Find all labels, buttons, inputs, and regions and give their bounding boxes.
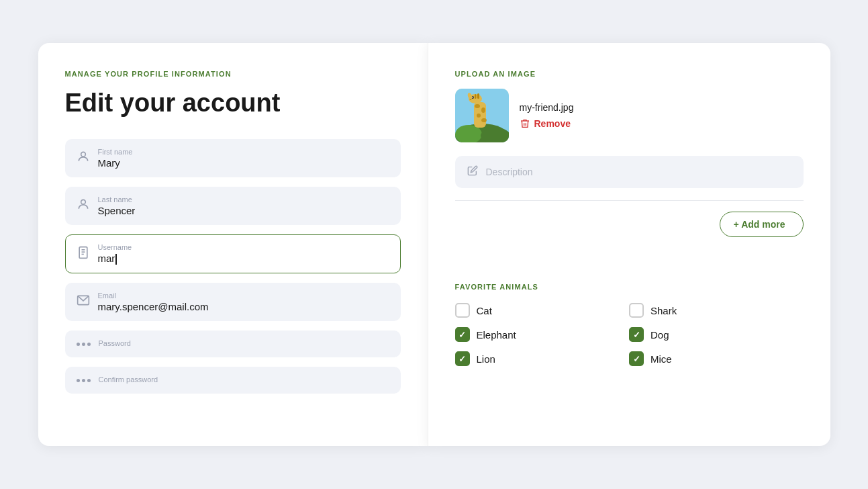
confirm-password-content: Confirm password <box>99 375 389 385</box>
add-more-button[interactable]: + Add more <box>720 212 804 237</box>
animal-mice: Mice <box>629 351 804 366</box>
email-value: mary.spencer@mail.com <box>98 301 389 312</box>
email-content: Email mary.spencer@mail.com <box>98 292 389 312</box>
email-field[interactable]: Email mary.spencer@mail.com <box>65 283 401 321</box>
remove-button[interactable]: Remove <box>520 118 574 129</box>
app-container: MANAGE YOUR PROFILE INFORMATION Edit you… <box>38 43 830 446</box>
password-field[interactable]: Password <box>65 330 401 357</box>
svg-point-18 <box>472 97 473 98</box>
divider <box>455 200 804 201</box>
animal-cat: Cat <box>455 303 630 318</box>
cursor <box>115 254 117 265</box>
person-icon <box>77 150 90 167</box>
image-thumbnail <box>455 89 509 142</box>
section-label: MANAGE YOUR PROFILE INFORMATION <box>65 70 401 78</box>
page-title: Edit your account <box>65 89 401 118</box>
person-icon-2 <box>77 197 90 214</box>
animal-label-lion: Lion <box>477 353 495 365</box>
image-preview-row: my-friend.jpg Remove <box>455 89 804 142</box>
svg-point-14 <box>477 114 481 118</box>
pencil-icon <box>467 165 478 179</box>
animal-elephant: Elephant <box>455 327 630 342</box>
animal-dog: Dog <box>629 327 804 342</box>
username-content: Username mar <box>98 243 389 265</box>
last-name-value: Spencer <box>98 205 389 216</box>
animal-label-dog: Dog <box>650 329 669 341</box>
first-name-field[interactable]: First name Mary <box>65 139 401 177</box>
animal-label-shark: Shark <box>650 305 677 316</box>
username-value[interactable]: mar <box>98 253 389 265</box>
last-name-content: Last name Spencer <box>98 195 389 216</box>
svg-point-1 <box>81 199 85 204</box>
document-icon <box>77 246 90 263</box>
svg-point-0 <box>81 152 85 157</box>
first-name-label: First name <box>98 148 389 156</box>
animal-lion: Lion <box>455 351 630 366</box>
confirm-password-field[interactable]: Confirm password <box>65 367 401 394</box>
checkbox-shark[interactable] <box>629 303 644 318</box>
svg-point-13 <box>481 107 485 113</box>
add-more-row: + Add more <box>455 200 804 256</box>
checkbox-lion[interactable] <box>455 351 470 366</box>
last-name-field[interactable]: Last name Spencer <box>65 187 401 225</box>
confirm-password-dots-icon <box>77 379 91 382</box>
svg-point-12 <box>475 104 480 108</box>
image-info: my-friend.jpg Remove <box>520 102 574 129</box>
first-name-value: Mary <box>98 157 389 169</box>
password-label: Password <box>99 339 389 347</box>
upload-section: UPLOAD AN IMAGE <box>455 70 804 256</box>
checkbox-cat[interactable] <box>455 303 470 318</box>
svg-rect-20 <box>477 93 479 99</box>
remove-label: Remove <box>534 118 571 129</box>
animal-label-mice: Mice <box>650 353 672 365</box>
trash-icon <box>520 118 530 129</box>
checkbox-dog[interactable] <box>629 327 644 342</box>
last-name-label: Last name <box>98 195 389 204</box>
animal-label-elephant: Elephant <box>477 329 516 341</box>
animal-label-cat: Cat <box>477 305 492 316</box>
email-label: Email <box>98 292 389 300</box>
svg-point-15 <box>481 118 487 122</box>
right-panel: UPLOAD AN IMAGE <box>428 43 830 446</box>
username-field[interactable]: Username mar <box>65 234 401 273</box>
upload-section-label: UPLOAD AN IMAGE <box>455 70 804 78</box>
animal-shark: Shark <box>629 303 804 318</box>
animals-section: FAVORITE ANIMALS Cat Shark Elephant <box>455 275 804 366</box>
svg-rect-21 <box>475 94 477 99</box>
password-content: Password <box>99 339 389 349</box>
password-dots-icon <box>77 343 91 346</box>
checkbox-mice[interactable] <box>629 351 644 366</box>
animals-section-label: FAVORITE ANIMALS <box>455 283 804 291</box>
description-field[interactable]: Description <box>455 156 804 188</box>
checkbox-elephant[interactable] <box>455 327 470 342</box>
first-name-content: First name Mary <box>98 148 389 169</box>
left-panel: MANAGE YOUR PROFILE INFORMATION Edit you… <box>38 43 428 446</box>
image-filename: my-friend.jpg <box>520 102 574 113</box>
username-label: Username <box>98 243 389 251</box>
animals-grid: Cat Shark Elephant Dog Lio <box>455 303 804 366</box>
confirm-password-label: Confirm password <box>99 375 389 384</box>
description-placeholder: Description <box>486 167 533 177</box>
email-icon <box>77 294 90 310</box>
